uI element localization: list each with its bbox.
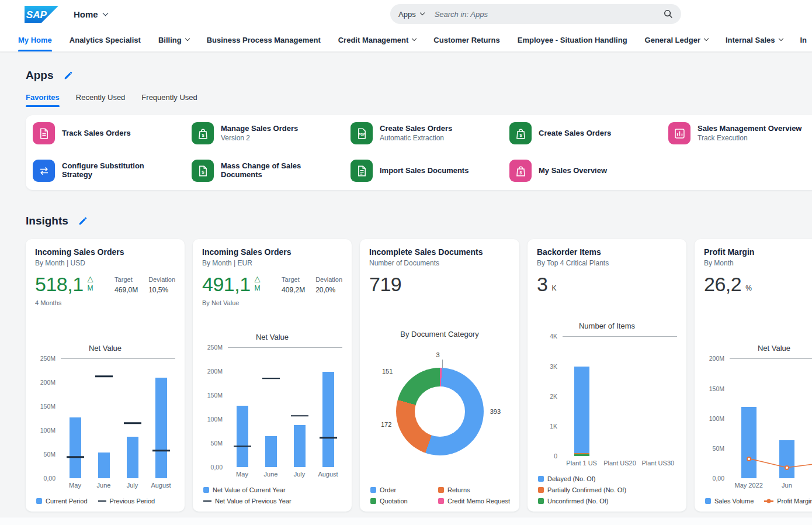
nav-item-credit-management[interactable]: Credit Management <box>338 28 417 51</box>
nav-item-my-home[interactable]: My Home <box>18 28 52 51</box>
legend-swatch-square <box>36 498 42 504</box>
legend-swatch-square <box>203 487 209 493</box>
kpi-unit-block: △M <box>255 274 261 294</box>
legend-swatch-square <box>370 498 376 504</box>
nav-item-customer-returns[interactable]: Customer Returns <box>433 28 499 51</box>
nav-item-label: My Home <box>18 36 52 44</box>
insight-card-profit-margin[interactable]: Profit MarginBy Month26,2%Net Value200M1… <box>695 239 812 512</box>
bar-column <box>228 348 256 467</box>
bar-column <box>639 337 677 456</box>
search-input[interactable]: Search in: Apps <box>435 10 664 19</box>
app-tile-sales-management-overview[interactable]: Sales Management OverviewTrack Execution <box>668 122 812 144</box>
tab-favorites[interactable]: Favorites <box>26 93 60 107</box>
chevron-down-icon <box>704 36 709 41</box>
app-tile-mass-change-of-sales-documents[interactable]: $Mass Change of Sales Documents <box>192 160 351 182</box>
y-axis: 4K3K2K1K0 <box>537 336 563 456</box>
kpi-row: 491,1△MTarget409,2MDeviation20,0% <box>202 274 342 294</box>
meta-value: 10,5% <box>148 286 175 294</box>
bar-column <box>601 337 639 456</box>
tab-recently-used[interactable]: Recently Used <box>76 93 126 107</box>
sap-logo[interactable]: SAP <box>25 6 58 23</box>
legend-label: Net Value of Current Year <box>213 486 286 493</box>
chart-title: Number of Items <box>537 322 677 330</box>
kpi: 26,2% <box>704 274 752 294</box>
app-tile-import-sales-documents[interactable]: Import Sales Documents <box>351 160 509 182</box>
apps-tab-strip: FavoritesRecently UsedFrequently Used <box>26 93 812 107</box>
search-scope-label: Apps <box>398 10 416 19</box>
bar-column <box>314 348 342 467</box>
bar <box>98 453 110 478</box>
chart: Net Value200M150M100M50M0,00May 2022JunJ… <box>704 344 812 490</box>
search-scope-selector[interactable]: Apps <box>398 10 424 19</box>
kpi: 518,1△M <box>35 274 93 294</box>
nav-item-billing[interactable]: Billing <box>158 28 189 51</box>
app-tile-text: My Sales Overview <box>539 167 607 175</box>
nav-item-business-process-management[interactable]: Business Process Management <box>207 28 321 51</box>
x-axis-label: Plant 1 US <box>563 460 601 468</box>
insight-card-incoming-sales-orders[interactable]: Incoming Sales OrdersBy Month | EUR491,1… <box>193 239 352 512</box>
insight-card-incomplete-sales-documents[interactable]: Incomplete Sales DocumentsNumber of Docu… <box>360 239 519 512</box>
kpi-row: 518,1△MTarget469,0MDeviation10,5% <box>35 274 175 294</box>
nav-item-in[interactable]: In <box>800 28 807 51</box>
app-tile-track-sales-orders[interactable]: Track Sales Orders <box>33 122 192 144</box>
top-bar: SAP Home Apps Search in: Apps <box>0 0 812 28</box>
y-axis: 250M200M150M100M50M0,00 <box>35 358 61 478</box>
donut-value-label: 172 <box>381 421 391 428</box>
kpi: 491,1△M <box>202 274 261 294</box>
insight-card-footnote <box>537 299 677 307</box>
navigation-tabs: My HomeAnalytics SpecialistBillingBusine… <box>0 28 812 52</box>
legend-swatch-square <box>438 498 444 504</box>
legend-item-profit-margin: Profit Margin <box>764 498 812 505</box>
meta-label: Target <box>282 276 305 283</box>
insight-card-incoming-sales-orders[interactable]: Incoming Sales OrdersBy Month | USD518,1… <box>26 239 185 512</box>
app-tile-title: Manage Sales Orders <box>221 125 298 133</box>
y-axis-tick-label: 250M <box>40 355 55 362</box>
x-axis-label: August <box>147 482 175 490</box>
y-axis-tick-label: 3K <box>550 363 557 370</box>
meta-label: Deviation <box>148 276 175 283</box>
chevron-down-icon <box>778 36 783 41</box>
legend-item-order: Order <box>370 486 428 493</box>
edit-insights-icon[interactable] <box>78 216 88 226</box>
legend-swatch-square <box>538 476 544 482</box>
search-bar[interactable]: Apps Search in: Apps <box>390 4 681 24</box>
legend-item-net-value-of-previous-year: Net Value of Previous Year <box>203 498 342 505</box>
kpi-unit-block: △M <box>88 274 93 294</box>
chart-legend: Net Value of Current YearNet Value of Pr… <box>202 486 342 505</box>
kpi-meta: Target409,2MDeviation20,0% <box>282 274 342 294</box>
nav-item-analytics-specialist[interactable]: Analytics Specialist <box>70 28 141 51</box>
home-menu[interactable]: Home <box>74 9 107 19</box>
y-axis-tick-label: 50M <box>713 445 724 452</box>
app-tile-create-sales-orders[interactable]: PDFCreate Sales OrdersAutomatic Extracti… <box>351 122 509 144</box>
nav-item-general-ledger[interactable]: General Ledger <box>645 28 708 51</box>
app-tile-manage-sales-orders[interactable]: $Manage Sales OrdersVersion 2 <box>192 122 351 144</box>
app-tile-configure-substitution-strategy[interactable]: Configure Substitution Strategy <box>33 160 192 182</box>
tab-frequently-used[interactable]: Frequently Used <box>141 93 197 107</box>
nav-item-employee-situation-handling[interactable]: Employee - Situation Handling <box>518 28 627 51</box>
legend-swatch-line <box>98 500 106 502</box>
kpi-row: 26,2% <box>704 274 812 294</box>
app-tile-subtitle: Automatic Extraction <box>380 134 452 142</box>
chevron-down-icon <box>185 36 189 41</box>
search-icon[interactable] <box>664 9 673 19</box>
donut-value-label: 3 <box>436 351 440 358</box>
x-axis-label: May <box>228 471 256 479</box>
app-tile-text: Create Sales OrdersAutomatic Extraction <box>380 125 452 142</box>
nav-item-internal-sales[interactable]: Internal Sales <box>726 28 783 51</box>
bag-dollar-icon: $ <box>192 122 214 144</box>
y-axis-tick-label: 100M <box>709 415 724 422</box>
insight-card-backorder-items[interactable]: Backorder ItemsBy Top 4 Critical Plants3… <box>528 239 686 512</box>
app-tile-create-sales-orders[interactable]: $Create Sales Orders <box>509 122 668 144</box>
y-axis-tick-label: 50M <box>211 440 223 447</box>
kpi-unit-block: K <box>551 274 556 294</box>
bar <box>127 437 138 478</box>
x-axis-label: June <box>256 471 285 479</box>
chart-legend: Sales VolumeProfit Margin <box>704 498 812 505</box>
edit-apps-icon[interactable] <box>64 71 73 80</box>
x-axis-label: Jul <box>806 482 812 490</box>
app-tile-my-sales-overview[interactable]: $My Sales Overview <box>509 160 668 182</box>
line-series <box>730 359 812 478</box>
chart: Net Value250M200M150M100M50M0,00MayJuneJ… <box>35 344 175 490</box>
chart-icon <box>668 122 690 144</box>
legend-item-unconfirmed-no-of: Unconfirmed (No. Of) <box>538 498 677 505</box>
